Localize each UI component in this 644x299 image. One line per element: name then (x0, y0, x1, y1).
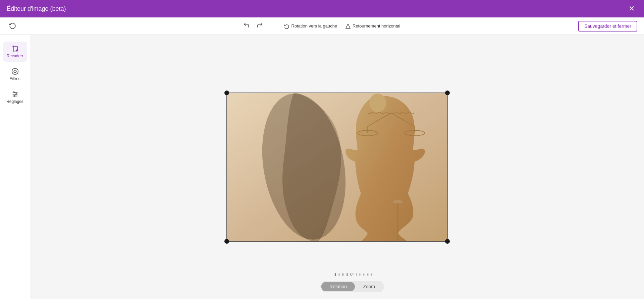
close-button[interactable]: ✕ (626, 3, 637, 14)
title-bar: Éditeur d'image (beta) ✕ (0, 0, 644, 17)
crop-handle-bl[interactable] (224, 239, 229, 244)
undo-button[interactable] (241, 20, 252, 32)
svg-marker-0 (345, 24, 350, 28)
svg-line-4 (12, 69, 13, 69)
toolbar-left (7, 19, 18, 33)
toolbar-right: Sauvegarder et fermer (578, 21, 637, 32)
canvas-area: 0° Rotation Zoom (30, 35, 644, 299)
save-close-button[interactable]: Sauvegarder et fermer (578, 21, 637, 32)
crop-handle-tr[interactable] (445, 91, 450, 95)
app-title: Éditeur d'image (beta) (7, 5, 66, 12)
rotation-ticks: 0° (333, 272, 371, 277)
history-button[interactable] (7, 19, 18, 33)
crop-handle-tl[interactable] (224, 91, 229, 95)
svg-point-3 (14, 70, 16, 72)
svg-point-11 (13, 92, 14, 93)
svg-point-12 (15, 94, 17, 95)
svg-line-5 (17, 73, 17, 74)
crop-handle-br[interactable] (445, 239, 450, 244)
rotate-left-label: Rotation vers la gauche (291, 23, 337, 28)
tab-zoom[interactable]: Zoom (355, 282, 383, 291)
sidebar-item-recadrer[interactable]: Recadrer (3, 42, 27, 62)
adjust-icon (11, 91, 19, 98)
sidebar: Recadrer Filtres Réglages (0, 35, 30, 299)
flip-horizontal-button[interactable]: Retournement horizontal (342, 21, 403, 31)
sidebar-item-recadrer-label: Recadrer (7, 54, 23, 58)
image-container (226, 93, 448, 242)
tab-rotation[interactable]: Rotation (321, 282, 355, 291)
svg-point-13 (14, 96, 15, 97)
rotation-value: 0° (349, 272, 355, 277)
main-area: Recadrer Filtres Réglages (0, 35, 644, 299)
redo-button[interactable] (255, 20, 265, 32)
image-frame (226, 93, 448, 242)
svg-point-23 (393, 200, 403, 203)
rotate-left-button[interactable]: Rotation vers la gauche (281, 21, 340, 31)
toolbar-center: Rotation vers la gauche Retournement hor… (241, 20, 403, 32)
sidebar-item-reglages[interactable]: Réglages (3, 87, 27, 107)
flip-horizontal-label: Retournement horizontal (353, 23, 400, 28)
svg-point-24 (369, 94, 386, 112)
rotation-ruler[interactable]: 0° (333, 272, 371, 277)
mode-tabs: Rotation Zoom (320, 281, 384, 292)
toolbar: Rotation vers la gauche Retournement hor… (0, 17, 644, 35)
crop-icon (11, 45, 19, 52)
sidebar-item-filtres-label: Filtres (9, 76, 20, 81)
sidebar-item-reglages-label: Réglages (6, 99, 23, 104)
sidebar-item-filtres[interactable]: Filtres (3, 64, 27, 84)
filter-icon (11, 68, 19, 75)
bottom-controls: 0° Rotation Zoom (60, 272, 644, 292)
